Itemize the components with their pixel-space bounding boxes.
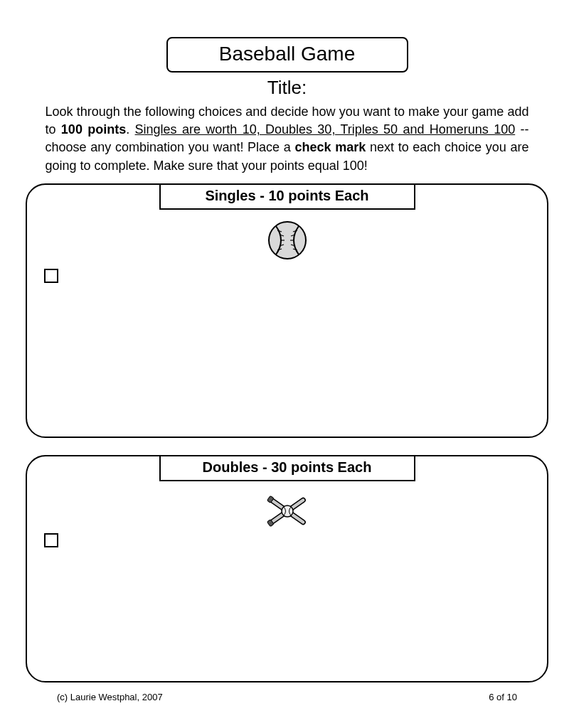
section-header-doubles: Doubles - 30 points Each [159, 455, 415, 481]
ins-underline-rules: Singles are worth 10, Doubles 30, Triple… [135, 122, 516, 136]
footer-pagenum: 6 of 10 [489, 692, 517, 702]
section-singles: Singles - 10 points Each [26, 183, 548, 438]
baseball-icon-wrap [27, 219, 547, 264]
baseball-icon [266, 219, 309, 262]
section-doubles: Doubles - 30 points Each [26, 455, 548, 682]
section-box-singles: Singles - 10 points Each [26, 183, 548, 438]
svg-point-15 [282, 505, 293, 517]
instructions-paragraph: Look through the following choices and d… [46, 103, 529, 175]
page-title: Baseball Game [219, 43, 355, 65]
svg-point-0 [269, 222, 306, 259]
worksheet-page: Baseball Game Title: Look through the fo… [0, 0, 574, 728]
ins-bold-check: check mark [295, 140, 366, 154]
ins-bold-points: 100 points [61, 122, 126, 136]
subtitle-label: Title: [26, 77, 548, 99]
page-title-box: Baseball Game [166, 37, 408, 73]
checkbox-singles[interactable] [44, 269, 58, 283]
checkbox-doubles[interactable] [44, 533, 58, 547]
crossed-bats-icon [259, 491, 316, 532]
footer-copyright: (c) Laurie Westphal, 2007 [57, 692, 163, 702]
section-header-singles: Singles - 10 points Each [159, 183, 415, 210]
bats-icon-wrap [27, 491, 547, 535]
ins-text-2: . [126, 122, 134, 136]
page-footer: (c) Laurie Westphal, 2007 6 of 10 [57, 692, 517, 702]
section-box-doubles: Doubles - 30 points Each [26, 455, 548, 682]
